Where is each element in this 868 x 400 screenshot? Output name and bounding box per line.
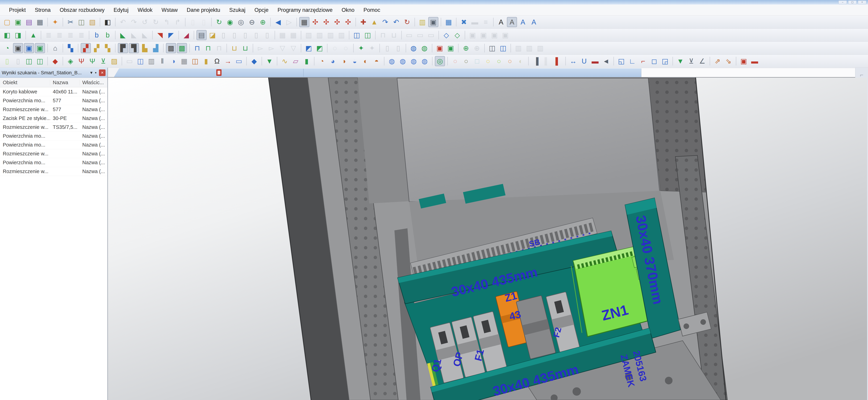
toolbar-button-33[interactable]: ◔ [317,56,327,66]
toolbar-button-77[interactable]: ▣ [739,56,749,66]
toolbar-button-26[interactable]: ▯ [240,30,250,40]
toolbar-button-51[interactable]: ○ [494,56,504,66]
toolbar-button-3[interactable]: ▦ [35,17,45,27]
toolbar-button-11[interactable]: ▚ [102,43,113,53]
panel-close-button[interactable]: × [99,69,105,76]
toolbar-button-38[interactable]: ◫ [352,30,362,40]
toolbar-button-22[interactable]: → [223,56,233,66]
menu-item-opcje[interactable]: Opcje [250,6,273,14]
toolbar-button-33[interactable]: ◩ [304,43,314,53]
toolbar-button-15[interactable]: ▙ [140,43,150,53]
table-row[interactable]: Rozmieszczenie w...TS35/7,5...Nazwa (... [0,123,107,132]
toolbar-button-49[interactable]: ✖ [459,17,469,27]
toolbar-button-42[interactable]: ◍ [409,56,419,66]
panel-menu-icon[interactable]: ▾ [90,70,93,75]
toolbar-button-52[interactable]: ○ [505,56,515,66]
maximize-button[interactable]: ▢ [848,1,857,4]
toolbar-button-75[interactable]: ⇘ [723,56,734,66]
toolbar-button-45[interactable]: ◍ [408,43,418,53]
toolbar-button-18[interactable]: ◤ [166,30,176,40]
toolbar-button-60[interactable]: U [579,56,589,66]
toolbar-button-10[interactable]: b [92,30,102,40]
toolbar-button-45[interactable]: ▣ [428,17,438,27]
toolbar-button-48[interactable]: ▣ [435,43,445,53]
table-row[interactable]: Koryto kablowe40x60 11...Nazwa (... [0,87,107,96]
toolbar-button-23[interactable]: ▭ [234,56,244,66]
toolbar-button-70[interactable]: ▼ [675,56,685,66]
toolbar-button-39[interactable]: ▲ [369,17,379,27]
toolbar-button-29[interactable]: ∿ [280,56,290,66]
toolbar-button-35[interactable]: ◑ [339,56,349,66]
toolbar-button-25[interactable]: ⊔ [229,43,239,53]
toolbar-button-42[interactable]: ▯ [382,43,392,53]
toolbar-button-48[interactable]: ◇ [441,30,452,40]
toolbar-button-49[interactable]: ◇ [452,30,462,40]
toolbar-button-28[interactable]: ▯ [262,30,272,40]
toolbar-button-16[interactable]: ‖ [157,56,167,66]
toolbar-button-26[interactable]: ⊖ [247,17,257,27]
toolbar-button-34[interactable]: ✣ [321,17,331,27]
toolbar-button-74[interactable]: ⇗ [712,56,722,66]
menu-item-strona[interactable]: Strona [30,6,55,14]
toolbar-button-5[interactable]: ✦ [50,17,60,27]
toolbar-button-45[interactable]: ◎ [435,56,445,66]
toolbar-button-11[interactable]: b [102,30,113,40]
table-row[interactable]: Powierzchnia mo...Nazwa (... [0,158,107,167]
toolbar-button-1[interactable]: ▣ [13,17,23,27]
toolbar-button-1[interactable]: ◨ [13,30,23,40]
table-row[interactable]: Powierzchnia mo...Nazwa (... [0,132,107,141]
toolbar-button-49[interactable]: ▣ [446,43,456,53]
toolbar-button-47[interactable]: ▦ [443,17,454,27]
menu-item-projekt[interactable]: Projekt [4,6,30,14]
toolbar-button-50[interactable]: ○ [483,56,493,66]
toolbar-button-62[interactable]: ◄ [601,56,611,66]
toolbar-button-1[interactable]: ▯ [13,56,23,66]
toolbar-button-36[interactable]: ✣ [343,17,353,27]
toolbar-button-71[interactable]: ⊻ [686,56,696,66]
table-row[interactable]: Rozmieszczenie w...Nazwa (... [0,167,107,176]
toolbar-button-15[interactable]: ▥ [146,56,156,66]
toolbar-button-66[interactable]: ⌐ [638,56,648,66]
toolbar-button-44[interactable]: ▥ [417,17,427,27]
toolbar-button-61[interactable]: ▬ [590,56,600,66]
toolbar-button-37[interactable]: ◐ [361,56,371,66]
menu-item-edytuj[interactable]: Edytuj [109,6,133,14]
toolbar-button-33[interactable]: ✣ [310,17,320,27]
toolbar-button-22[interactable]: ⊓ [203,43,213,53]
toolbar-button-1[interactable]: ▣ [13,43,23,53]
toolbar-button-43[interactable]: ▯ [393,43,403,53]
toolbar-button-8[interactable]: ◫ [76,17,87,27]
toolbar-button-68[interactable]: ◲ [660,56,670,66]
minimize-button[interactable]: – [838,1,847,4]
toolbar-button-3[interactable]: ▲ [28,30,38,40]
toolbar-button-2[interactable]: ◫ [24,56,34,66]
table-row[interactable]: Rozmieszczenie w...577Nazwa (... [0,105,107,114]
toolbar-button-17[interactable]: ◥ [155,30,165,40]
menu-item-widok[interactable]: Widok [133,6,157,14]
toolbar-button-67[interactable]: ◻ [649,56,659,66]
menu-item-szukaj[interactable]: Szukaj [225,6,250,14]
toolbar-button-78[interactable]: ▬ [750,56,760,66]
toolbar-button-0[interactable]: ◧ [2,30,12,40]
column-header-3[interactable]: Właścic... [80,80,107,85]
toolbar-button-17[interactable]: ◑ [168,56,178,66]
toolbar-button-34[interactable]: ◩ [315,43,324,53]
menu-item-pomoc[interactable]: Pomoc [359,6,385,14]
toolbar-button-3[interactable]: ▣ [35,43,45,53]
toolbar-button-11[interactable]: ▨ [109,56,119,66]
toolbar-button-27[interactable]: ▼ [265,56,275,66]
panel-pin-icon[interactable]: ▪ [95,70,96,75]
menu-item-programy-narz-dziowe[interactable]: Programy narzędziowe [273,6,337,14]
table-row[interactable]: Rozmieszczenie w...Nazwa (... [0,149,107,158]
toolbar-button-46[interactable]: ◍ [420,43,430,53]
toolbar-button-13[interactable]: ◣ [118,30,128,40]
toolbar-button-34[interactable]: ◕ [328,56,338,66]
table-row[interactable]: Powierzchnia mo...Nazwa (... [0,141,107,149]
toolbar-button-9[interactable]: Ψ [87,56,97,66]
toolbar-button-27[interactable]: ▯ [251,30,261,40]
toolbar-button-65[interactable]: ∟ [627,56,637,66]
close-button[interactable]: × [858,1,866,4]
toolbar-button-27[interactable]: ⊕ [258,17,268,27]
toolbar-button-18[interactable]: ▩ [166,43,176,53]
toolbar-button-7[interactable]: ◈ [65,56,75,66]
